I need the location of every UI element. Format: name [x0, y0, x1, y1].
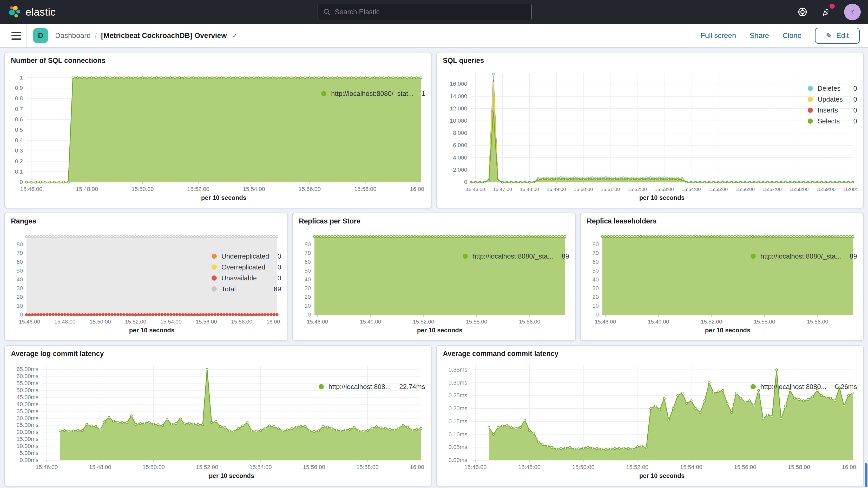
svg-text:0: 0 [308, 311, 311, 318]
edit-button[interactable]: ✎ Edit [815, 28, 860, 44]
panel-title: Number of SQL connections [11, 57, 425, 65]
legend-item[interactable]: Overreplicated0 [212, 263, 281, 271]
legend-value: 0 [849, 106, 857, 114]
legend-value: 1 [417, 90, 425, 97]
menu-button[interactable] [6, 24, 27, 48]
legend-item[interactable]: http://localhost:8080/_sta...89 [463, 252, 569, 260]
legend-item[interactable]: Underreplicated0 [212, 252, 281, 260]
svg-text:80: 80 [17, 241, 23, 248]
space-avatar[interactable]: D [33, 28, 48, 43]
svg-text:0.35ms: 0.35ms [448, 366, 467, 373]
svg-text:50: 50 [17, 267, 23, 274]
chart-canvas[interactable]: 00.10.20.30.40.50.60.70.80.9115:46:0015:… [11, 67, 321, 205]
panel-replicas-per-store: Replicas per Store 0102030405060708015:4… [292, 213, 576, 341]
legend-item[interactable]: http://localhost:808...22.74ms [319, 383, 425, 391]
svg-text:0: 0 [596, 311, 599, 318]
legend-label: Deletes [817, 85, 840, 92]
svg-text:60.00ms: 60.00ms [17, 373, 38, 379]
svg-text:30: 30 [17, 285, 23, 292]
legend-swatch-icon [321, 91, 327, 96]
breadcrumb-separator: / [95, 31, 97, 40]
svg-text:80: 80 [592, 241, 599, 248]
svg-text:10: 10 [17, 302, 23, 309]
legend-item[interactable]: Inserts0 [808, 106, 857, 114]
search-input[interactable] [335, 8, 526, 16]
legend-swatch-icon [808, 86, 813, 91]
legend-label: http://localhost:8080/_sta... [472, 252, 553, 260]
chart-canvas[interactable]: 0.00ms5.00ms10.00ms15.00ms20.00ms25.00ms… [11, 360, 319, 483]
svg-text:0.3: 0.3 [15, 147, 23, 154]
chart-canvas[interactable]: 0102030405060708015:46:0015:49:0015:52:0… [299, 227, 463, 337]
legend-value: 0.26ms [831, 383, 857, 391]
svg-text:12,000: 12,000 [450, 105, 467, 112]
newsfeed-button[interactable] [820, 6, 833, 18]
svg-text:15:52:00: 15:52:00 [626, 464, 648, 470]
svg-text:15:49:00: 15:49:00 [547, 187, 566, 192]
svg-text:15:54:00: 15:54:00 [243, 186, 265, 192]
global-search[interactable] [317, 4, 532, 20]
svg-text:0.25ms: 0.25ms [448, 392, 467, 399]
elastic-logo[interactable]: elastic [7, 5, 56, 19]
user-avatar[interactable]: r [844, 4, 861, 20]
svg-text:0: 0 [20, 179, 23, 185]
svg-text:8,000: 8,000 [453, 130, 467, 136]
chart-canvas[interactable]: 0102030405060708015:46:0015:49:0015:52:0… [587, 227, 750, 337]
legend-item[interactable]: Unavailable0 [212, 274, 281, 282]
title-options-icon[interactable]: ✓ [232, 32, 238, 40]
chart-canvas[interactable]: 0102030405060708015:46:0015:48:0015:50:0… [11, 227, 212, 337]
legend-value: 89 [845, 252, 857, 260]
svg-text:0.10ms: 0.10ms [448, 431, 467, 437]
legend-swatch-icon [808, 108, 813, 113]
svg-text:15:54:00: 15:54:00 [249, 464, 272, 470]
svg-text:70: 70 [17, 250, 23, 256]
breadcrumb-dashboard[interactable]: Dashboard [55, 31, 91, 40]
legend-label: Total [221, 285, 236, 293]
legend-item[interactable]: http://localhost:8080/_stat...1 [321, 90, 425, 97]
panel-title: Average command commit latency [443, 350, 857, 358]
svg-text:15:50:00: 15:50:00 [572, 464, 595, 470]
svg-text:25.00ms: 25.00ms [17, 422, 38, 428]
svg-text:30: 30 [305, 285, 311, 292]
life-ring-icon [797, 7, 808, 17]
svg-text:15:52:00: 15:52:00 [196, 464, 218, 470]
svg-text:15:54:00: 15:54:00 [160, 318, 182, 325]
legend-item[interactable]: Deletes0 [808, 85, 857, 92]
chart-canvas[interactable]: 02,0004,0006,0008,00010,00012,00014,0001… [443, 67, 808, 205]
svg-text:30.00ms: 30.00ms [17, 415, 38, 422]
legend-item[interactable]: Selects0 [808, 117, 857, 125]
legend-label: Updates [817, 95, 843, 103]
clone-button[interactable]: Clone [782, 31, 802, 40]
legend-item[interactable]: Updates0 [808, 95, 857, 103]
legend-item[interactable]: Total89 [212, 285, 281, 293]
svg-text:60: 60 [305, 258, 311, 265]
svg-text:0.1: 0.1 [15, 169, 23, 175]
svg-text:10: 10 [592, 302, 599, 309]
svg-text:0.15ms: 0.15ms [448, 418, 467, 425]
help-button[interactable] [796, 6, 809, 18]
legend-item[interactable]: http://localhost:8080...0.26ms [750, 383, 857, 391]
svg-text:10.00ms: 10.00ms [17, 443, 38, 449]
full-screen-button[interactable]: Full screen [701, 31, 736, 40]
svg-text:15:56:00: 15:56:00 [299, 186, 321, 192]
svg-text:40: 40 [305, 276, 311, 283]
svg-text:0.05ms: 0.05ms [448, 444, 467, 450]
chart-legend: http://localhost:8080/_sta...89 [463, 227, 569, 337]
svg-text:15:52:00: 15:52:00 [125, 318, 146, 325]
chart-canvas[interactable]: 0.00ms0.05ms0.10ms0.15ms0.20ms0.25ms0.30… [443, 360, 750, 483]
legend-label: Inserts [817, 106, 838, 114]
legend-swatch-icon [463, 254, 468, 259]
svg-text:50.00ms: 50.00ms [17, 387, 38, 393]
svg-text:15:47:00: 15:47:00 [493, 187, 512, 192]
legend-value: 89 [270, 285, 281, 293]
panel-replica-leaseholders: Replica leaseholders 0102030405060708015… [580, 213, 864, 341]
chart-legend: http://localhost:8080/_sta...89 [750, 227, 857, 337]
svg-text:0.5: 0.5 [15, 126, 23, 133]
scrollbar-thumb[interactable] [865, 463, 867, 487]
elastic-logo-icon [7, 5, 21, 19]
svg-text:20.00ms: 20.00ms [17, 429, 38, 435]
share-button[interactable]: Share [749, 31, 769, 40]
legend-item[interactable]: http://localhost:8080/_sta...89 [750, 252, 857, 260]
svg-text:15:48:00: 15:48:00 [520, 187, 539, 192]
svg-text:65.00ms: 65.00ms [17, 366, 38, 372]
legend-swatch-icon [212, 265, 217, 270]
